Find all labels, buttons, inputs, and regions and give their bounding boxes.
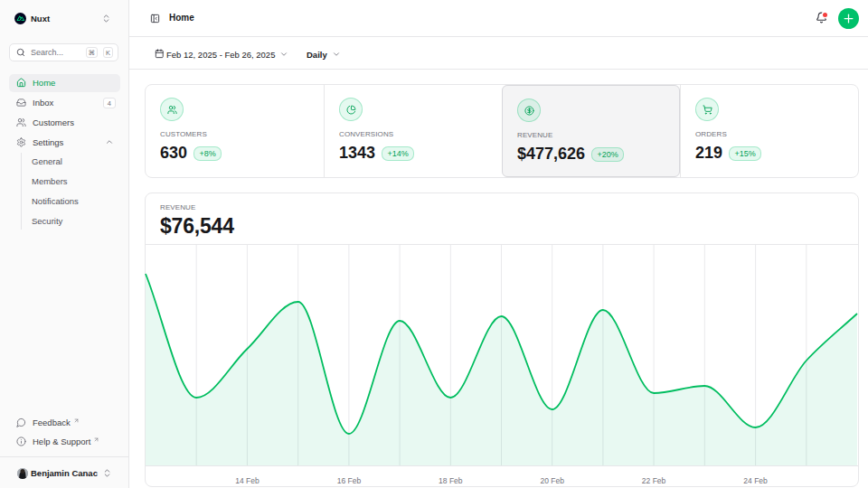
- svg-text:14 Feb: 14 Feb: [235, 476, 259, 485]
- svg-text:16 Feb: 16 Feb: [337, 476, 362, 485]
- svg-text:18 Feb: 18 Feb: [439, 476, 463, 485]
- svg-text:22 Feb: 22 Feb: [642, 476, 666, 485]
- svg-text:20 Feb: 20 Feb: [540, 476, 564, 485]
- svg-text:24 Feb: 24 Feb: [743, 476, 768, 485]
